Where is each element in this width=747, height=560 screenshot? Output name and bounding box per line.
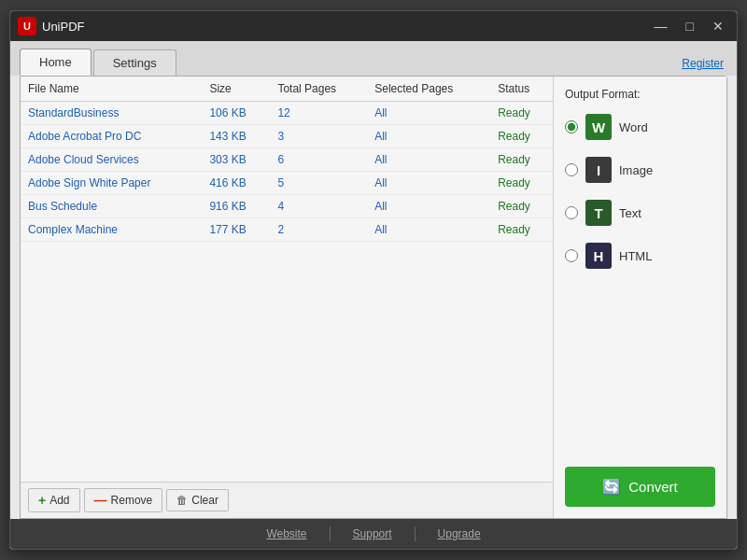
file-table: File Name Size Total Pages Selected Page… (21, 77, 553, 482)
cell-filename: Bus Schedule (21, 195, 202, 218)
tab-home[interactable]: Home (20, 49, 92, 76)
window-controls: — □ ✕ (649, 18, 729, 35)
word-format-icon: W (585, 114, 612, 140)
cell-selectedpages: All (367, 195, 490, 218)
footer-separator-1 (330, 526, 331, 541)
table-row[interactable]: Adobe Acrobat Pro DC 143 KB 3 All Ready (21, 125, 553, 148)
main-panel: File Name Size Total Pages Selected Page… (20, 76, 727, 519)
cell-status: Ready (490, 218, 553, 242)
cell-status: Ready (490, 195, 553, 218)
radio-image[interactable] (565, 163, 578, 176)
convert-button[interactable]: 🔄 Convert (565, 467, 715, 507)
radio-text[interactable] (565, 206, 578, 219)
cell-totalpages: 3 (270, 125, 367, 148)
convert-icon: 🔄 (602, 478, 621, 496)
footer-separator-2 (415, 526, 416, 541)
cell-selectedpages: All (367, 218, 490, 242)
main-window: U UniPDF — □ ✕ Home Settings Register (9, 10, 738, 550)
minimize-button[interactable]: — (649, 18, 673, 35)
file-section: File Name Size Total Pages Selected Page… (21, 77, 554, 518)
upgrade-link[interactable]: Upgrade (438, 527, 481, 540)
cell-size: 416 KB (202, 172, 270, 195)
text-format-icon: T (585, 200, 612, 226)
remove-button[interactable]: — Remove (84, 488, 163, 512)
register-link[interactable]: Register (682, 57, 727, 76)
remove-label: Remove (111, 494, 153, 507)
col-status: Status (490, 77, 553, 102)
col-selectedpages: Selected Pages (367, 77, 490, 102)
output-panel: Output Format: W Word I Image T Text H H… (554, 77, 726, 518)
clear-button[interactable]: 🗑 Clear (166, 489, 229, 511)
html-format-label: HTML (619, 249, 652, 263)
cell-size: 177 KB (202, 218, 270, 242)
cell-status: Ready (490, 148, 553, 172)
plus-icon: + (38, 493, 46, 508)
title-bar: U UniPDF — □ ✕ (10, 11, 737, 41)
cell-filename: Adobe Sign White Paper (21, 172, 202, 195)
cell-totalpages: 5 (270, 172, 367, 195)
image-format-label: Image (619, 163, 653, 177)
html-format-icon: H (585, 243, 612, 269)
support-link[interactable]: Support (353, 527, 392, 540)
radio-html[interactable] (565, 249, 578, 262)
col-size: Size (202, 77, 270, 102)
website-link[interactable]: Website (266, 527, 306, 540)
cell-selectedpages: All (367, 148, 490, 172)
cell-totalpages: 4 (270, 195, 367, 218)
cell-size: 143 KB (202, 125, 270, 148)
cell-totalpages: 6 (270, 148, 367, 172)
table-row[interactable]: Complex Machine 177 KB 2 All Ready (21, 218, 553, 242)
format-options: W Word I Image T Text H HTML (565, 114, 715, 286)
tab-bar: Home Settings Register (10, 41, 737, 76)
format-option-html[interactable]: H HTML (565, 243, 715, 269)
cell-filename: Adobe Cloud Services (21, 148, 202, 172)
bottom-toolbar: + Add — Remove 🗑 Clear (21, 482, 553, 518)
cell-status: Ready (490, 102, 553, 125)
cell-selectedpages: All (367, 125, 490, 148)
app-icon: U (18, 17, 36, 35)
table-row[interactable]: Bus Schedule 916 KB 4 All Ready (21, 195, 553, 218)
radio-word[interactable] (565, 120, 578, 133)
add-button[interactable]: + Add (28, 488, 80, 512)
table-row[interactable]: StandardBusiness 106 KB 12 All Ready (21, 102, 553, 125)
cell-selectedpages: All (367, 102, 490, 125)
word-format-label: Word (619, 120, 648, 134)
window-title: UniPDF (42, 20, 649, 34)
clear-label: Clear (191, 494, 218, 507)
add-label: Add (49, 494, 69, 507)
cell-filename: Complex Machine (21, 218, 202, 242)
trash-icon: 🗑 (176, 494, 188, 507)
table-row[interactable]: Adobe Cloud Services 303 KB 6 All Ready (21, 148, 553, 172)
minus-icon: — (94, 493, 107, 508)
col-totalpages: Total Pages (270, 77, 367, 102)
table-row[interactable]: Adobe Sign White Paper 416 KB 5 All Read… (21, 172, 553, 195)
cell-totalpages: 2 (270, 218, 367, 242)
cell-status: Ready (490, 125, 553, 148)
maximize-button[interactable]: □ (681, 18, 699, 35)
cell-size: 106 KB (202, 102, 270, 125)
cell-totalpages: 12 (270, 102, 367, 125)
close-button[interactable]: ✕ (707, 18, 729, 35)
col-filename: File Name (21, 77, 202, 102)
cell-size: 303 KB (202, 148, 270, 172)
output-format-label: Output Format: (565, 88, 715, 101)
cell-filename: Adobe Acrobat Pro DC (21, 125, 202, 148)
convert-label: Convert (628, 479, 678, 495)
cell-filename: StandardBusiness (21, 102, 202, 125)
cell-status: Ready (490, 172, 553, 195)
format-option-word[interactable]: W Word (565, 114, 715, 140)
format-option-image[interactable]: I Image (565, 157, 715, 183)
text-format-label: Text (619, 206, 641, 220)
image-format-icon: I (585, 157, 612, 183)
cell-selectedpages: All (367, 172, 490, 195)
tab-settings[interactable]: Settings (93, 49, 176, 76)
content-area: Home Settings Register File Name Size To… (10, 41, 737, 519)
footer: Website Support Upgrade (10, 519, 737, 549)
format-option-text[interactable]: T Text (565, 200, 715, 226)
cell-size: 916 KB (202, 195, 270, 218)
